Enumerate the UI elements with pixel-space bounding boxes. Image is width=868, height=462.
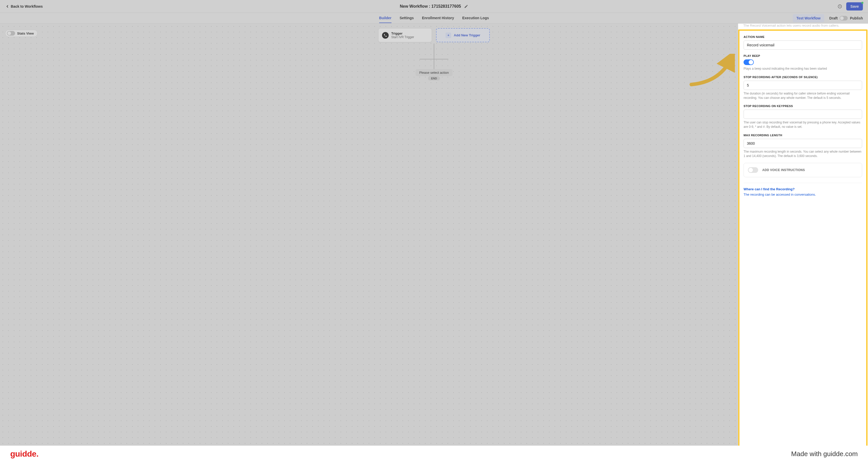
action-side-panel: The Record Voicemail action lets users r…: [738, 24, 868, 445]
add-new-trigger-button[interactable]: + Add New Trigger: [436, 28, 490, 42]
trigger-card[interactable]: Trigger Start IVR Trigger: [378, 28, 432, 42]
connector-horizontal: [420, 59, 448, 59]
stop-after-help: The duration (in seconds) for waiting fo…: [744, 91, 862, 100]
subnav: Builder Settings Enrollment History Exec…: [0, 13, 868, 24]
voice-instructions-toggle[interactable]: [748, 167, 758, 173]
footnote-question[interactable]: Where can I find the Recording?: [744, 187, 862, 191]
topbar: Back to Workflows New Workflow : 1715283…: [0, 0, 868, 13]
select-action-placeholder[interactable]: Please select action: [415, 69, 453, 76]
tab-enrollment-history[interactable]: Enrollment History: [422, 13, 454, 23]
history-icon[interactable]: [838, 4, 842, 9]
stop-keypress-input[interactable]: [744, 110, 862, 119]
trigger-subtitle: Start IVR Trigger: [391, 35, 414, 39]
tab-builder[interactable]: Builder: [379, 13, 392, 23]
action-name-input[interactable]: [744, 40, 862, 50]
voice-instructions-box: ADD VOICE INSTRUCTIONS: [744, 163, 862, 177]
voice-instructions-label: ADD VOICE INSTRUCTIONS: [762, 168, 805, 172]
trigger-texts: Trigger Start IVR Trigger: [391, 31, 414, 39]
back-to-workflows-link[interactable]: Back to Workflows: [5, 4, 43, 9]
panel-highlight: ACTION NAME PLAY BEEP Plays a beep sound…: [738, 29, 867, 451]
add-trigger-label: Add New Trigger: [454, 33, 480, 37]
stats-view-pill[interactable]: Stats View: [5, 30, 38, 37]
topbar-right: Save: [838, 2, 863, 10]
stop-keypress-label: STOP RECORDING ON KEYPRESS: [744, 104, 862, 107]
stats-view-label: Stats View: [17, 31, 34, 35]
phone-icon: [382, 32, 389, 39]
footnote-answer: The recording can be accessed in convers…: [744, 193, 862, 196]
max-length-input[interactable]: [744, 139, 862, 148]
panel-description: The Record Voicemail action lets users r…: [738, 24, 868, 29]
guidde-logo: guidde.: [10, 449, 38, 459]
stats-view-toggle[interactable]: [7, 31, 15, 36]
save-button[interactable]: Save: [846, 2, 863, 10]
play-beep-label: PLAY BEEP: [744, 54, 862, 57]
tab-settings[interactable]: Settings: [400, 13, 414, 23]
plus-icon: +: [445, 33, 451, 38]
tab-execution-logs[interactable]: Execution Logs: [462, 13, 489, 23]
field-stop-keypress: STOP RECORDING ON KEYPRESS The user can …: [744, 104, 862, 129]
back-label: Back to Workflows: [11, 4, 43, 8]
chevron-left-icon: [5, 4, 10, 9]
trigger-title: Trigger: [391, 31, 414, 35]
stop-after-label: STOP RECORDING AFTER (SECONDS OF SILENCE…: [744, 75, 862, 79]
max-length-help: The maximum recording length in seconds.…: [744, 150, 862, 158]
tabs: Builder Settings Enrollment History Exec…: [379, 13, 489, 23]
test-workflow-button[interactable]: Test Workflow: [793, 14, 824, 22]
end-node: END: [428, 76, 440, 81]
max-length-label: MAX RECORDING LENGTH: [744, 134, 862, 137]
stop-after-input[interactable]: [744, 81, 862, 90]
pencil-icon[interactable]: [464, 4, 468, 8]
publish-label: Publish: [850, 16, 863, 20]
field-max-length: MAX RECORDING LENGTH The maximum recordi…: [744, 134, 862, 158]
play-beep-help: Plays a beep sound indicating the record…: [744, 67, 862, 71]
field-action-name: ACTION NAME: [744, 35, 862, 50]
field-stop-after: STOP RECORDING AFTER (SECONDS OF SILENCE…: [744, 75, 862, 100]
title-wrap: New Workflow : 1715283177605: [400, 4, 468, 9]
play-beep-toggle[interactable]: [744, 59, 754, 65]
field-play-beep: PLAY BEEP Plays a beep sound indicating …: [744, 54, 862, 71]
publish-wrap: Draft Publish: [829, 16, 863, 21]
stop-keypress-help: The user can stop recording their voicem…: [744, 120, 862, 129]
action-name-label: ACTION NAME: [744, 35, 862, 38]
panel-footnote: Where can I find the Recording? The reco…: [744, 183, 862, 196]
subnav-right: Test Workflow Draft Publish: [793, 14, 863, 22]
draft-label: Draft: [829, 16, 838, 20]
workflow-title: New Workflow : 1715283177605: [400, 4, 461, 9]
publish-toggle[interactable]: [840, 16, 848, 21]
made-with-text: Made with guidde.com: [791, 450, 858, 458]
trigger-row: Trigger Start IVR Trigger + Add New Trig…: [378, 28, 490, 42]
footer-bar: guidde. Made with guidde.com: [0, 445, 868, 462]
arrow-annotation: [689, 54, 735, 87]
